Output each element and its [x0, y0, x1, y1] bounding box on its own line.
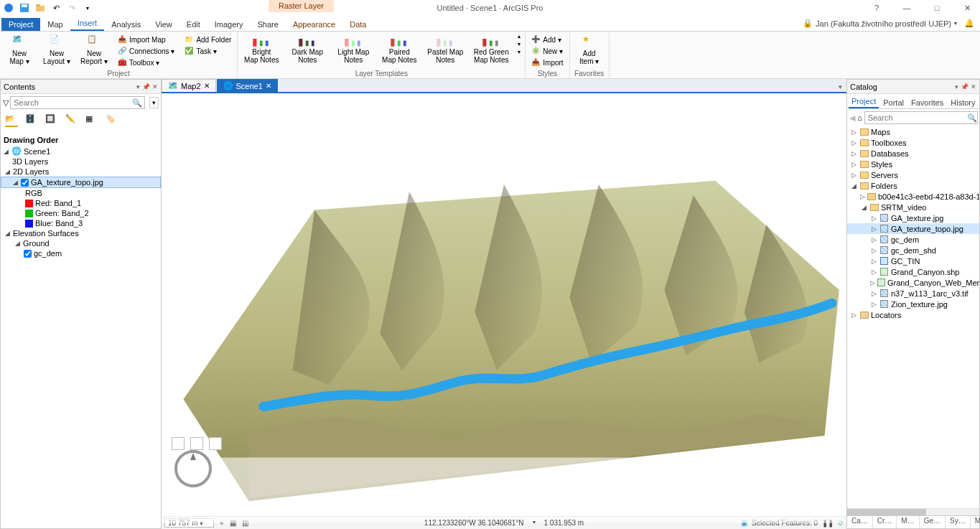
tab-imagery[interactable]: Imagery — [207, 18, 251, 31]
tab-view[interactable]: View — [148, 18, 179, 31]
view-tab-map2[interactable]: 🗺️Map2✕ — [162, 79, 216, 92]
tree-file[interactable]: ▷Zion_texture.jpg — [847, 299, 979, 309]
tree-servers[interactable]: ▷Servers — [847, 169, 979, 180]
list-by-snapping-icon[interactable]: ▦ — [85, 114, 98, 127]
tab-edit[interactable]: Edit — [179, 18, 207, 31]
style-add-button[interactable]: ➕Add ▾ — [528, 34, 566, 45]
scene-node[interactable]: ◢🌐Scene1 — [1, 146, 161, 156]
filter-icon[interactable]: ▽ — [3, 98, 9, 108]
tree-folders[interactable]: ◢Folders — [847, 180, 979, 191]
btab[interactable]: M… — [897, 516, 919, 528]
pastel-notes-button[interactable]: ▮▮▮Pastel Map Notes — [424, 33, 466, 64]
tab-insert[interactable]: Insert — [70, 17, 105, 31]
tree-styles[interactable]: ▷Styles — [847, 159, 979, 169]
tree-file[interactable]: ▷GA_texture_topo.jpg — [847, 223, 979, 234]
tree-folder-a[interactable]: ▷b00e41c3-eebd-4218-a83d-11daac45 — [847, 191, 979, 202]
new-layout-button[interactable]: 📄New Layout ▾ — [40, 33, 73, 65]
layer-visibility-checkbox[interactable] — [21, 179, 29, 187]
panel-close-icon[interactable]: ✕ — [152, 83, 158, 90]
btab[interactable]: Ge… — [920, 516, 946, 528]
minimize-button[interactable]: — — [897, 0, 917, 16]
tree-file[interactable]: ▷Grand_Canyon_Web_Mercator.shp — [847, 277, 979, 288]
btab[interactable]: Sy… — [946, 516, 971, 528]
tab-map[interactable]: Map — [40, 18, 70, 31]
tree-databases[interactable]: ▷Databases — [847, 148, 979, 159]
tree-locators[interactable]: ▷Locators — [847, 309, 979, 320]
tab-appearance[interactable]: Appearance — [286, 18, 342, 31]
search-icon[interactable]: 🔍 — [967, 113, 977, 123]
list-by-editing-icon[interactable]: ✏️ — [65, 114, 78, 127]
save-icon[interactable] — [19, 2, 30, 14]
catalog-tab-project[interactable]: Project — [849, 95, 879, 108]
coords-dropdown-icon[interactable]: ▾ — [533, 519, 536, 527]
layer-visibility-checkbox[interactable] — [24, 250, 32, 258]
list-by-drawing-icon[interactable]: 📂 — [5, 114, 18, 127]
panel-pin-icon[interactable]: 📌 — [142, 83, 150, 90]
3d-layers-node[interactable]: 3D Layers — [1, 156, 161, 167]
connections-button[interactable]: 🔗Connections ▾ — [115, 46, 177, 56]
close-icon[interactable]: ✕ — [266, 82, 271, 90]
list-by-selection-icon[interactable]: 🔲 — [45, 114, 58, 127]
tab-analysis[interactable]: Analysis — [104, 18, 148, 31]
tree-file[interactable]: ▷gc_dem_shd — [847, 245, 979, 256]
new-map-button[interactable]: 🗺️New Map ▾ — [3, 33, 36, 65]
bright-notes-button[interactable]: ▮▮▮Bright Map Notes — [241, 33, 282, 64]
layer-topo[interactable]: ◢GA_texture_topo.jpg — [1, 177, 161, 188]
tree-file[interactable]: ▷GA_texture.jpg — [847, 212, 979, 223]
catalog-tab-favorites[interactable]: Favorites — [908, 97, 946, 108]
btab[interactable]: M… — [971, 516, 980, 528]
task-button[interactable]: ✅Task ▾ — [182, 46, 234, 56]
view-tab-scene1[interactable]: 🌐Scene1✕ — [217, 79, 278, 92]
tree-file[interactable]: ▷Grand_Canyon.shp — [847, 266, 979, 277]
undo-icon[interactable]: ↶ — [50, 2, 62, 14]
tree-file[interactable]: ▷n37_w113_1arc_v3.tif — [847, 288, 979, 299]
close-icon[interactable]: ✕ — [204, 82, 210, 90]
list-by-source-icon[interactable]: 🗄️ — [25, 114, 38, 127]
tree-toolboxes[interactable]: ▷Toolboxes — [847, 137, 979, 148]
catalog-tab-history[interactable]: History — [948, 97, 978, 108]
scene-canvas[interactable] — [162, 93, 846, 516]
tab-project[interactable]: Project — [1, 18, 40, 31]
tree-folder-b[interactable]: ◢SRTM_video — [847, 202, 979, 212]
panel-close-icon[interactable]: ✕ — [971, 83, 976, 90]
tab-data[interactable]: Data — [342, 18, 373, 31]
new-report-button[interactable]: 📋New Report ▾ — [78, 33, 111, 65]
close-button[interactable]: ✕ — [957, 0, 977, 16]
search-icon[interactable]: 🔍 — [132, 98, 142, 108]
qat-dropdown-icon[interactable]: ▾ — [82, 2, 93, 14]
bell-icon[interactable]: 🔔 — [964, 19, 974, 28]
tab-share[interactable]: Share — [251, 18, 286, 31]
back-icon[interactable]: ◀ — [849, 113, 855, 123]
panel-menu-icon[interactable]: ▾ — [136, 83, 140, 90]
style-import-button[interactable]: 📥Import — [528, 57, 566, 67]
view-dropdown-icon[interactable]: ▾ — [834, 82, 846, 92]
home-icon[interactable]: ⌂ — [857, 113, 862, 122]
style-new-button[interactable]: ✳️New ▾ — [528, 46, 566, 56]
elevation-surfaces-node[interactable]: ◢Elevation Surfaces — [1, 228, 161, 238]
redo-icon[interactable]: ↷ — [66, 2, 78, 14]
btab[interactable]: Cr… — [873, 516, 897, 528]
dark-notes-button[interactable]: ▮▮▮Dark Map Notes — [286, 33, 328, 64]
navigator-widget[interactable] — [172, 447, 215, 492]
add-item-button[interactable]: ★Add Item ▾ — [573, 33, 606, 65]
panel-menu-icon[interactable]: ▾ — [955, 83, 958, 90]
catalog-h-scroll[interactable] — [847, 508, 979, 515]
import-map-button[interactable]: 📥Import Map — [115, 34, 177, 45]
toolbox-button[interactable]: 🧰Toolbox ▾ — [115, 57, 177, 67]
tree-file[interactable]: ▷gc_dem — [847, 234, 979, 245]
contents-search-input[interactable] — [10, 96, 145, 109]
ground-node[interactable]: ◢Ground — [1, 238, 161, 248]
help-button[interactable]: ? — [867, 0, 887, 16]
templates-scroll[interactable]: ▴▾▾ — [516, 33, 522, 55]
add-folder-button[interactable]: 📁Add Folder — [182, 34, 234, 45]
tree-maps[interactable]: ▷Maps — [847, 126, 979, 137]
redgreen-notes-button[interactable]: ▮▮▮Red Green Map Notes — [470, 33, 512, 64]
open-icon[interactable] — [34, 2, 46, 14]
catalog-tab-portal[interactable]: Portal — [880, 97, 907, 108]
search-dropdown-icon[interactable]: ▾ — [149, 97, 159, 108]
user-area[interactable]: 🔒 Jan (Fakulta životního prostředí UJEP)… — [803, 19, 974, 28]
light-notes-button[interactable]: ▮▮▮Light Map Notes — [332, 33, 374, 64]
list-by-labeling-icon[interactable]: 🏷️ — [106, 114, 118, 127]
catalog-search-input[interactable] — [864, 111, 978, 124]
panel-pin-icon[interactable]: 📌 — [961, 83, 969, 90]
